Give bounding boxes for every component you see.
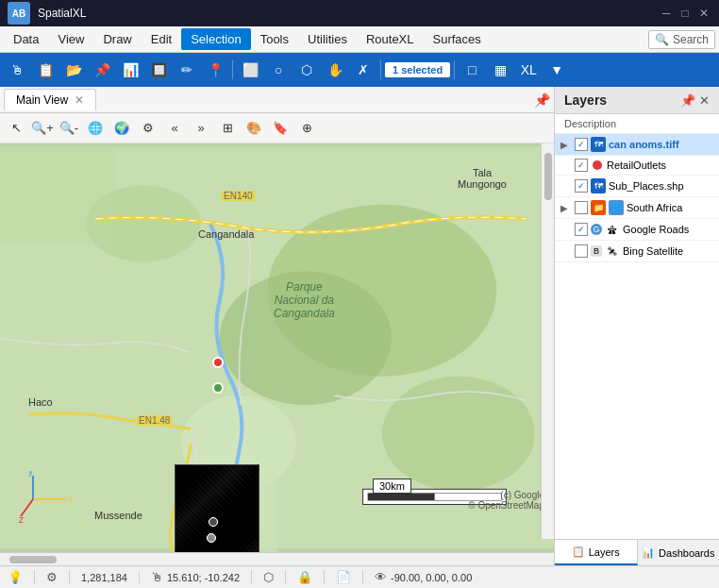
menu-selection[interactable]: Selection: [181, 28, 250, 50]
tab-main-view[interactable]: Main View ✕: [4, 89, 96, 110]
cursor-icon: 🖱: [151, 570, 163, 584]
separator-2: [380, 60, 381, 79]
toolbar-btn-deselect[interactable]: ✗: [350, 57, 376, 83]
layer-name-retail: RetailOutlets: [607, 160, 713, 171]
map-settings-btn[interactable]: ⚙: [136, 116, 160, 141]
toolbar-btn-a[interactable]: □: [459, 57, 485, 83]
layers-tab-layers[interactable]: 📋 Layers: [555, 540, 638, 565]
layer-check-subplaces[interactable]: [575, 179, 588, 193]
layers-list: ▶ 🗺 can anoms.tiff RetailOutlets 🗺 Sub_P…: [555, 134, 719, 539]
toolbar-btn-7[interactable]: ✏: [174, 57, 200, 83]
map-dot-green-sat: [207, 533, 216, 543]
status-cursor: 🖱 15.610; -10.242: [151, 570, 252, 584]
map-nav-btn[interactable]: ⊕: [294, 116, 319, 141]
toolbar-btn-4[interactable]: 📌: [89, 57, 115, 83]
menu-utilities[interactable]: Utilities: [298, 28, 357, 50]
layers-tab-layers-label: Layers: [589, 546, 620, 558]
app-title: SpatialXL: [38, 7, 86, 20]
toolbar-btn-touch[interactable]: ✋: [322, 57, 348, 83]
tab-close-icon[interactable]: ✕: [75, 93, 84, 107]
map-scroll-h[interactable]: [0, 552, 554, 565]
maximize-button[interactable]: □: [677, 6, 693, 21]
menu-tools[interactable]: Tools: [251, 28, 298, 50]
toolbar-btn-5[interactable]: 📊: [117, 57, 143, 83]
tab-pin-icon[interactable]: 📌: [534, 92, 550, 108]
map-scroll-v[interactable]: [541, 143, 554, 539]
menu-data[interactable]: Data: [4, 28, 48, 50]
search-label: Search: [673, 33, 709, 46]
map-toolbar: ↖ 🔍+ 🔍- 🌐 🌍 ⚙ « » ⊞ 🎨 🔖 ⊕: [0, 113, 554, 143]
layer-check-bing[interactable]: [575, 244, 588, 258]
map-cursor-btn[interactable]: ↖: [4, 116, 28, 141]
label-mussende: Mussende: [94, 510, 142, 521]
layer-item-google-roads[interactable]: G 🛣 Google Roads: [555, 219, 719, 241]
coords-label: 1,281,184: [81, 572, 127, 583]
svg-text:y: y: [28, 471, 33, 477]
map-area: Main View ✕ 📌 ↖ 🔍+ 🔍- 🌐 🌍 ⚙ « » ⊞ 🎨 🔖 ⊕: [0, 87, 554, 565]
satellite-overlay: [175, 464, 259, 552]
toolbar-btn-poly[interactable]: ⬡: [293, 57, 320, 83]
layer-item-bing-sat[interactable]: B 🛰 Bing Satellite: [555, 241, 719, 262]
separator-3: [454, 60, 455, 79]
map-container[interactable]: TalaMungongo Cangandala ParqueNacional d…: [0, 143, 554, 552]
minimize-button[interactable]: ─: [659, 6, 674, 21]
toolbar-btn-3[interactable]: 📂: [60, 57, 87, 83]
layer-check-can-anoms[interactable]: [575, 138, 588, 151]
search-bar[interactable]: 🔍 Search: [648, 30, 715, 49]
map-dot-green-main: [212, 382, 224, 394]
map-grid-btn[interactable]: ⊞: [215, 116, 240, 141]
scroll-v-thumb[interactable]: [544, 153, 552, 200]
status-view: 👁 -90.00, 0.00, 0.00: [375, 570, 483, 584]
map-zoom-in-btn[interactable]: 🔍+: [30, 116, 55, 141]
axes-svg: x y z: [19, 471, 75, 523]
layer-item-subplaces[interactable]: 🗺 Sub_Places.shp: [555, 176, 719, 197]
layer-check-google-roads[interactable]: [575, 223, 588, 236]
menu-routexl[interactable]: RouteXL: [357, 28, 424, 50]
toolbar-btn-2[interactable]: 📋: [32, 57, 59, 83]
tab-bar: Main View ✕ 📌: [0, 87, 554, 113]
toolbar-btn-1[interactable]: 🖱: [4, 57, 30, 83]
map-copyright: (c) Google© OpenStreetMap: [468, 490, 544, 511]
layer-item-can-anoms[interactable]: ▶ 🗺 can anoms.tiff: [555, 134, 719, 156]
hex-icon: ⬡: [263, 570, 274, 584]
menu-draw[interactable]: Draw: [93, 28, 141, 50]
layer-icon-google-2: 🛣: [605, 222, 620, 237]
close-button[interactable]: ✕: [696, 6, 711, 21]
scroll-h-thumb[interactable]: [9, 556, 57, 563]
label-haco: Haco: [28, 396, 53, 408]
toolbar-btn-lasso[interactable]: ○: [265, 57, 292, 83]
map-palette-btn[interactable]: 🎨: [242, 116, 266, 141]
map-globe2-btn[interactable]: 🌍: [109, 116, 134, 141]
toolbar-btn-b[interactable]: ▦: [487, 57, 513, 83]
scale-label: 30km: [379, 480, 405, 492]
toolbar-btn-select[interactable]: ⬜: [237, 57, 263, 83]
layers-panel: Layers 📌 ✕ Description ▶ 🗺 can anoms.tif…: [554, 87, 719, 565]
layers-tab-dashboards[interactable]: 📊 Dashboards: [638, 540, 720, 565]
layer-item-sa[interactable]: ▶ 📁 🌐 South Africa: [555, 197, 719, 219]
toolbar-btn-8[interactable]: 📍: [202, 57, 228, 83]
toolbar-btn-c[interactable]: XL: [515, 57, 542, 83]
layer-check-sa[interactable]: [575, 201, 588, 214]
map-back-btn[interactable]: «: [162, 116, 187, 141]
layers-close-btn[interactable]: ✕: [699, 93, 710, 108]
map-globe-btn[interactable]: 🌐: [83, 116, 108, 141]
layers-pin-btn[interactable]: 📌: [680, 93, 695, 108]
layer-icon-google-1: G: [591, 224, 602, 235]
search-icon: 🔍: [655, 33, 669, 46]
main-toolbar: 🖱 📋 📂 📌 📊 🔲 ✏ 📍 ⬜ ○ ⬡ ✋ ✗ 1 selected □ ▦…: [0, 53, 719, 87]
map-zoom-out-btn[interactable]: 🔍-: [57, 116, 81, 141]
menu-edit[interactable]: Edit: [142, 28, 181, 50]
toolbar-btn-6[interactable]: 🔲: [145, 57, 172, 83]
svg-text:x: x: [68, 494, 73, 504]
svg-rect-5: [0, 147, 114, 243]
map-bookmark-btn[interactable]: 🔖: [268, 116, 293, 141]
menu-surfaces[interactable]: Surfaces: [424, 28, 491, 50]
map-dot-red-main: [212, 357, 224, 368]
layer-item-retail[interactable]: RetailOutlets: [555, 156, 719, 176]
lock-icon: 🔒: [297, 570, 312, 584]
layer-name-subplaces: Sub_Places.shp: [609, 180, 713, 192]
layer-check-retail[interactable]: [575, 159, 588, 172]
map-fwd-btn[interactable]: »: [189, 116, 213, 141]
toolbar-btn-d[interactable]: ▼: [543, 57, 570, 83]
menu-view[interactable]: View: [48, 28, 93, 50]
